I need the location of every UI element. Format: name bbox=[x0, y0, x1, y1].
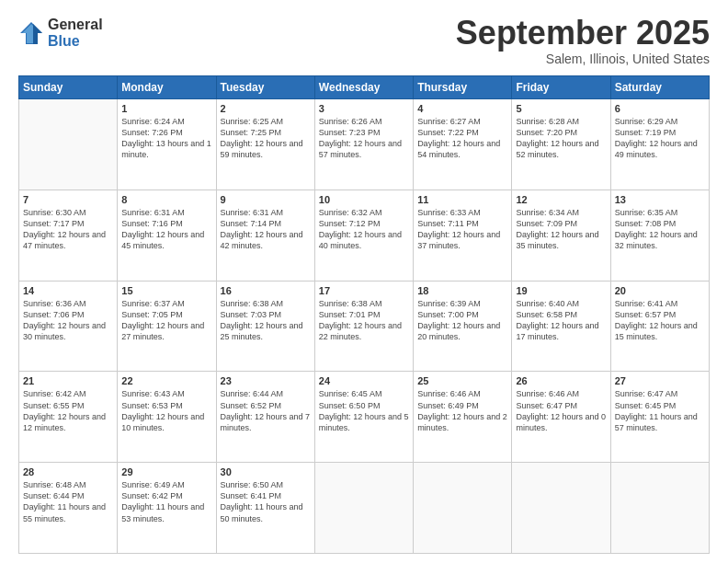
day-info: Sunrise: 6:43 AM Sunset: 6:53 PM Dayligh… bbox=[121, 388, 211, 433]
day-info: Sunrise: 6:45 AM Sunset: 6:50 PM Dayligh… bbox=[319, 388, 409, 433]
header-tuesday: Tuesday bbox=[216, 76, 314, 99]
day-number: 8 bbox=[121, 194, 211, 205]
table-row bbox=[19, 99, 118, 190]
day-number: 4 bbox=[417, 103, 507, 114]
day-number: 9 bbox=[221, 194, 311, 205]
day-number: 16 bbox=[221, 285, 311, 296]
table-row: 22Sunrise: 6:43 AM Sunset: 6:53 PM Dayli… bbox=[118, 372, 216, 463]
day-number: 30 bbox=[221, 466, 311, 477]
day-number: 11 bbox=[417, 194, 507, 205]
calendar-week-row: 14Sunrise: 6:36 AM Sunset: 7:06 PM Dayli… bbox=[19, 281, 710, 372]
page: General Blue September 2025 Salem, Illin… bbox=[0, 0, 728, 563]
day-number: 28 bbox=[23, 466, 113, 477]
calendar-week-row: 1Sunrise: 6:24 AM Sunset: 7:26 PM Daylig… bbox=[19, 99, 710, 190]
day-number: 25 bbox=[417, 375, 507, 386]
day-number: 14 bbox=[23, 285, 113, 296]
day-number: 29 bbox=[121, 466, 211, 477]
day-info: Sunrise: 6:49 AM Sunset: 6:42 PM Dayligh… bbox=[121, 479, 211, 524]
day-number: 13 bbox=[615, 194, 705, 205]
table-row: 27Sunrise: 6:47 AM Sunset: 6:45 PM Dayli… bbox=[610, 372, 709, 463]
logo-general: General bbox=[48, 17, 103, 33]
table-row: 26Sunrise: 6:46 AM Sunset: 6:47 PM Dayli… bbox=[512, 372, 610, 463]
day-number: 3 bbox=[319, 103, 409, 114]
day-info: Sunrise: 6:38 AM Sunset: 7:03 PM Dayligh… bbox=[221, 298, 311, 343]
table-row: 10Sunrise: 6:32 AM Sunset: 7:12 PM Dayli… bbox=[314, 190, 413, 281]
table-row: 5Sunrise: 6:28 AM Sunset: 7:20 PM Daylig… bbox=[512, 99, 610, 190]
day-number: 6 bbox=[615, 103, 705, 114]
top-section: General Blue September 2025 Salem, Illin… bbox=[18, 17, 710, 66]
svg-marker-2 bbox=[33, 24, 42, 44]
table-row: 1Sunrise: 6:24 AM Sunset: 7:26 PM Daylig… bbox=[118, 99, 216, 190]
day-info: Sunrise: 6:25 AM Sunset: 7:25 PM Dayligh… bbox=[221, 116, 311, 161]
day-info: Sunrise: 6:48 AM Sunset: 6:44 PM Dayligh… bbox=[23, 479, 113, 524]
day-info: Sunrise: 6:41 AM Sunset: 6:57 PM Dayligh… bbox=[615, 298, 705, 343]
table-row: 3Sunrise: 6:26 AM Sunset: 7:23 PM Daylig… bbox=[314, 99, 413, 190]
day-number: 18 bbox=[417, 285, 507, 296]
logo-blue: Blue bbox=[48, 33, 103, 50]
day-number: 23 bbox=[221, 375, 311, 386]
day-number: 17 bbox=[319, 285, 409, 296]
table-row bbox=[512, 463, 610, 554]
table-row: 19Sunrise: 6:40 AM Sunset: 6:58 PM Dayli… bbox=[512, 281, 610, 372]
table-row: 30Sunrise: 6:50 AM Sunset: 6:41 PM Dayli… bbox=[216, 463, 314, 554]
day-info: Sunrise: 6:42 AM Sunset: 6:55 PM Dayligh… bbox=[23, 388, 113, 433]
logo: General Blue bbox=[18, 17, 103, 49]
table-row bbox=[610, 463, 709, 554]
table-row: 4Sunrise: 6:27 AM Sunset: 7:22 PM Daylig… bbox=[414, 99, 512, 190]
month-title: September 2025 bbox=[456, 17, 710, 50]
header-wednesday: Wednesday bbox=[314, 76, 413, 99]
day-number: 22 bbox=[121, 375, 211, 386]
day-info: Sunrise: 6:34 AM Sunset: 7:09 PM Dayligh… bbox=[516, 207, 606, 252]
day-info: Sunrise: 6:46 AM Sunset: 6:49 PM Dayligh… bbox=[417, 388, 507, 433]
table-row: 11Sunrise: 6:33 AM Sunset: 7:11 PM Dayli… bbox=[414, 190, 512, 281]
table-row: 28Sunrise: 6:48 AM Sunset: 6:44 PM Dayli… bbox=[19, 463, 118, 554]
day-number: 26 bbox=[516, 375, 606, 386]
day-info: Sunrise: 6:28 AM Sunset: 7:20 PM Dayligh… bbox=[516, 116, 606, 161]
day-number: 24 bbox=[319, 375, 409, 386]
day-number: 20 bbox=[615, 285, 705, 296]
table-row: 20Sunrise: 6:41 AM Sunset: 6:57 PM Dayli… bbox=[610, 281, 709, 372]
day-info: Sunrise: 6:24 AM Sunset: 7:26 PM Dayligh… bbox=[121, 116, 211, 161]
day-number: 15 bbox=[121, 285, 211, 296]
table-row: 23Sunrise: 6:44 AM Sunset: 6:52 PM Dayli… bbox=[216, 372, 314, 463]
table-row: 14Sunrise: 6:36 AM Sunset: 7:06 PM Dayli… bbox=[19, 281, 118, 372]
table-row: 25Sunrise: 6:46 AM Sunset: 6:49 PM Dayli… bbox=[414, 372, 512, 463]
day-info: Sunrise: 6:30 AM Sunset: 7:17 PM Dayligh… bbox=[23, 207, 113, 252]
day-info: Sunrise: 6:31 AM Sunset: 7:14 PM Dayligh… bbox=[221, 207, 311, 252]
day-info: Sunrise: 6:33 AM Sunset: 7:11 PM Dayligh… bbox=[417, 207, 507, 252]
calendar-header-row: Sunday Monday Tuesday Wednesday Thursday… bbox=[19, 76, 710, 99]
day-info: Sunrise: 6:36 AM Sunset: 7:06 PM Dayligh… bbox=[23, 298, 113, 343]
title-section: September 2025 Salem, Illinois, United S… bbox=[456, 17, 710, 66]
day-info: Sunrise: 6:39 AM Sunset: 7:00 PM Dayligh… bbox=[417, 298, 507, 343]
table-row bbox=[414, 463, 512, 554]
header-sunday: Sunday bbox=[19, 76, 118, 99]
logo-icon bbox=[18, 20, 44, 46]
day-number: 21 bbox=[23, 375, 113, 386]
table-row: 8Sunrise: 6:31 AM Sunset: 7:16 PM Daylig… bbox=[118, 190, 216, 281]
day-number: 5 bbox=[516, 103, 606, 114]
day-info: Sunrise: 6:27 AM Sunset: 7:22 PM Dayligh… bbox=[417, 116, 507, 161]
day-info: Sunrise: 6:26 AM Sunset: 7:23 PM Dayligh… bbox=[319, 116, 409, 161]
table-row: 6Sunrise: 6:29 AM Sunset: 7:19 PM Daylig… bbox=[610, 99, 709, 190]
day-info: Sunrise: 6:32 AM Sunset: 7:12 PM Dayligh… bbox=[319, 207, 409, 252]
day-number: 12 bbox=[516, 194, 606, 205]
table-row: 24Sunrise: 6:45 AM Sunset: 6:50 PM Dayli… bbox=[314, 372, 413, 463]
day-info: Sunrise: 6:40 AM Sunset: 6:58 PM Dayligh… bbox=[516, 298, 606, 343]
day-info: Sunrise: 6:38 AM Sunset: 7:01 PM Dayligh… bbox=[319, 298, 409, 343]
table-row: 13Sunrise: 6:35 AM Sunset: 7:08 PM Dayli… bbox=[610, 190, 709, 281]
day-info: Sunrise: 6:50 AM Sunset: 6:41 PM Dayligh… bbox=[221, 479, 311, 524]
location: Salem, Illinois, United States bbox=[456, 52, 710, 66]
table-row: 29Sunrise: 6:49 AM Sunset: 6:42 PM Dayli… bbox=[118, 463, 216, 554]
day-info: Sunrise: 6:47 AM Sunset: 6:45 PM Dayligh… bbox=[615, 388, 705, 433]
day-info: Sunrise: 6:46 AM Sunset: 6:47 PM Dayligh… bbox=[516, 388, 606, 433]
day-info: Sunrise: 6:29 AM Sunset: 7:19 PM Dayligh… bbox=[615, 116, 705, 161]
day-info: Sunrise: 6:37 AM Sunset: 7:05 PM Dayligh… bbox=[121, 298, 211, 343]
calendar: Sunday Monday Tuesday Wednesday Thursday… bbox=[18, 75, 710, 554]
table-row: 2Sunrise: 6:25 AM Sunset: 7:25 PM Daylig… bbox=[216, 99, 314, 190]
table-row: 17Sunrise: 6:38 AM Sunset: 7:01 PM Dayli… bbox=[314, 281, 413, 372]
header-friday: Friday bbox=[512, 76, 610, 99]
table-row: 7Sunrise: 6:30 AM Sunset: 7:17 PM Daylig… bbox=[19, 190, 118, 281]
day-info: Sunrise: 6:31 AM Sunset: 7:16 PM Dayligh… bbox=[121, 207, 211, 252]
day-number: 10 bbox=[319, 194, 409, 205]
day-number: 2 bbox=[221, 103, 311, 114]
